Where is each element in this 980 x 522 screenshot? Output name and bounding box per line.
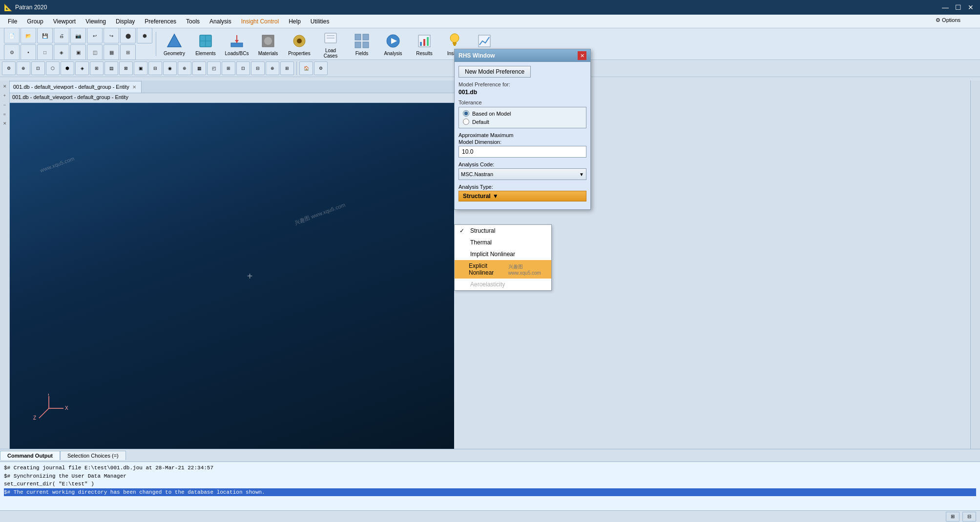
- toolbar-analysis[interactable]: Analysis: [378, 31, 408, 58]
- model-dim-label: Model Dimension:: [459, 139, 586, 145]
- tool-19[interactable]: ⊕: [266, 61, 279, 75]
- tool-8[interactable]: ▤: [104, 61, 118, 75]
- elem-btn[interactable]: □: [37, 44, 53, 60]
- left-tool-minus[interactable]: −: [1, 101, 9, 109]
- tab-command-output[interactable]: Command Output: [0, 451, 60, 460]
- rhs-dialog: RHS Window ✕ New Model Preference Model …: [454, 49, 591, 210]
- tool-7[interactable]: ⊞: [90, 61, 104, 75]
- viewport-canvas[interactable]: + Z X Y www.xqu5.com 兴趣图 www.xqu5.com: [0, 103, 454, 449]
- left-tool-plus[interactable]: +: [1, 92, 9, 100]
- analysis-type-button[interactable]: Structural ▼: [459, 191, 586, 201]
- tool-9[interactable]: ⊠: [119, 61, 133, 75]
- tool-11[interactable]: ⊟: [148, 61, 162, 75]
- menu-file[interactable]: File: [3, 16, 22, 27]
- menu-analysis[interactable]: Analysis: [205, 16, 236, 27]
- tool-18[interactable]: ⊟: [251, 61, 265, 75]
- console-line-1: $# Creating journal file E:\test\001.db.…: [4, 464, 976, 472]
- menu-viewing[interactable]: Viewing: [81, 16, 111, 27]
- open-btn[interactable]: 📂: [21, 28, 36, 43]
- menu-tools[interactable]: Tools: [181, 16, 205, 27]
- menu-help[interactable]: Help: [284, 16, 306, 27]
- toolbar-materials[interactable]: Materials: [253, 31, 283, 58]
- toolbar-elements[interactable]: Elements: [191, 31, 220, 58]
- menu-preferences[interactable]: Preferences: [140, 16, 181, 27]
- toolbar-loads[interactable]: Loads/BCs: [222, 31, 251, 58]
- options-area: ⚙ Options: [936, 17, 960, 23]
- dropdown-item-structural[interactable]: ✓ Structural: [455, 225, 551, 237]
- render-btn[interactable]: ⬤: [120, 28, 136, 43]
- toolbar-geometry[interactable]: Geometry: [160, 31, 189, 58]
- tool-21[interactable]: 🏠: [299, 61, 313, 75]
- toolbar-properties[interactable]: Properties: [285, 31, 314, 58]
- menu-viewport[interactable]: Viewport: [48, 16, 81, 27]
- close-button[interactable]: ✕: [965, 2, 976, 13]
- svg-rect-22: [423, 39, 425, 46]
- viewport-title-text: 001.db - default_viewport - default_grou…: [12, 94, 128, 100]
- tool-16[interactable]: ⊞: [222, 61, 235, 75]
- menu-display[interactable]: Display: [111, 16, 140, 27]
- radio-default[interactable]: [463, 119, 469, 125]
- left-tool-eq[interactable]: =: [1, 110, 9, 118]
- view2-btn[interactable]: ⊞: [120, 44, 136, 60]
- viewport-tab-close[interactable]: ✕: [132, 84, 136, 90]
- tool-20[interactable]: ⊞: [280, 61, 294, 75]
- tab-selection-choices[interactable]: Selection Choices (=): [60, 451, 126, 460]
- rhs-close-button[interactable]: ✕: [578, 51, 586, 60]
- console-area: Command Output Selection Choices (=) $# …: [0, 449, 980, 522]
- svg-point-10: [297, 39, 302, 43]
- status-btn-2[interactable]: ⊟: [962, 512, 976, 522]
- mesh-btn[interactable]: ⬢: [137, 28, 152, 43]
- shade-btn[interactable]: ▣: [70, 44, 86, 60]
- viewport-tab-item[interactable]: 🖥 001.db - default_viewport - default_gr…: [0, 81, 142, 93]
- wire-btn[interactable]: ◫: [87, 44, 103, 60]
- new-model-preference-button[interactable]: New Model Preference: [459, 66, 531, 78]
- status-btn-1[interactable]: ⊞: [946, 512, 959, 522]
- save-btn[interactable]: 💾: [37, 28, 53, 43]
- undo-btn[interactable]: ↩: [87, 28, 103, 43]
- analysis-code-dropdown[interactable]: MSC.Nastran ▼: [459, 168, 586, 180]
- tool-22[interactable]: ⚙: [314, 61, 328, 75]
- model-dim-input[interactable]: [459, 146, 586, 158]
- tool-15[interactable]: ◰: [207, 61, 221, 75]
- tool-4[interactable]: ⬡: [46, 61, 60, 75]
- viewport-container: 🖥 001.db - default_viewport - default_gr…: [0, 80, 454, 449]
- tool-14[interactable]: ▦: [192, 61, 206, 75]
- tool-5[interactable]: ⬢: [61, 61, 74, 75]
- view1-btn[interactable]: ▦: [104, 44, 119, 60]
- tool-2[interactable]: ⊕: [17, 61, 30, 75]
- menu-utilities[interactable]: Utilities: [306, 16, 334, 27]
- tool-1[interactable]: ⚙: [2, 61, 16, 75]
- rhs-content: New Model Preference Model Preference fo…: [455, 62, 590, 209]
- svg-marker-6: [235, 40, 239, 43]
- snapshot-btn[interactable]: 📷: [70, 28, 86, 43]
- radio-based-on-model[interactable]: [463, 110, 469, 117]
- menu-insight-control[interactable]: Insight Control: [236, 16, 284, 27]
- minimize-button[interactable]: —: [940, 2, 951, 13]
- tool-13[interactable]: ⊕: [178, 61, 191, 75]
- dropdown-item-explicit-nonlinear[interactable]: Explicit Nonlinear 兴趣图 www.xqu5.com: [455, 260, 551, 279]
- node-btn[interactable]: •: [21, 44, 36, 60]
- tool-10[interactable]: ▣: [134, 61, 147, 75]
- tool-3[interactable]: ⊡: [31, 61, 45, 75]
- viewport-title: 🖥 001.db - default_viewport - default_gr…: [0, 93, 454, 103]
- svg-rect-27: [454, 45, 456, 46]
- tb-sep-1: [156, 32, 156, 56]
- tool-6[interactable]: ◈: [75, 61, 89, 75]
- maximize-button[interactable]: ☐: [953, 2, 963, 13]
- redo-btn[interactable]: ↪: [104, 28, 119, 43]
- settings-btn[interactable]: ⚙: [4, 44, 20, 60]
- toolbar-results[interactable]: Results: [410, 31, 439, 58]
- dropdown-item-implicit-nonlinear[interactable]: Implicit Nonlinear: [455, 248, 551, 260]
- tool-12[interactable]: ◉: [163, 61, 177, 75]
- dropdown-item-thermal[interactable]: Thermal: [455, 237, 551, 248]
- iso-btn[interactable]: ◈: [54, 44, 69, 60]
- toolbar-loadcases[interactable]: Load Cases: [316, 28, 345, 60]
- toolbar-fields[interactable]: Fields: [347, 31, 376, 58]
- aeroelasticity-label: Aeroelasticity: [470, 281, 505, 288]
- new-btn[interactable]: 📄: [4, 28, 20, 43]
- menu-group[interactable]: Group: [22, 16, 48, 27]
- tool-17[interactable]: ⊡: [236, 61, 250, 75]
- left-tool-x[interactable]: ✕: [1, 120, 9, 127]
- print-btn[interactable]: 🖨: [54, 28, 69, 43]
- left-tool-close[interactable]: ✕: [1, 82, 9, 90]
